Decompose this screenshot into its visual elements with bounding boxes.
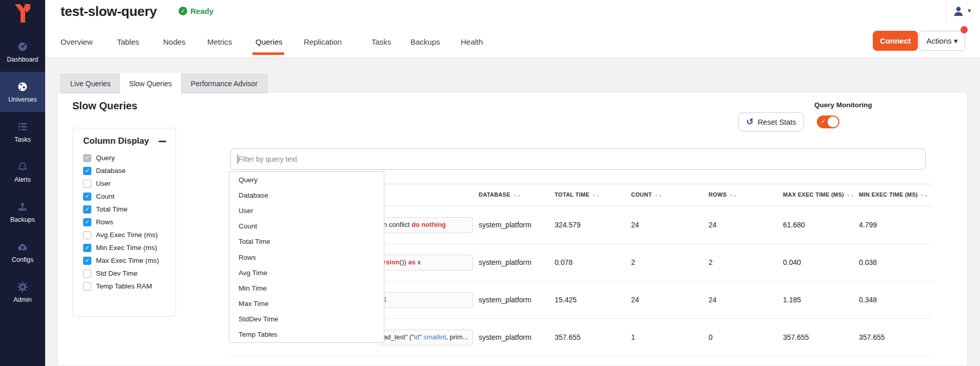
total-time-cell: 15.425 <box>555 296 577 304</box>
checkbox-unchecked-icon <box>83 180 91 188</box>
column-checkbox-database[interactable]: ✓Database <box>83 164 175 177</box>
reset-icon: ↺ <box>746 118 753 126</box>
query-subtabs: Live Queries Slow Queries Performance Ad… <box>61 73 267 94</box>
sidebar-item-configs[interactable]: Configs <box>0 232 45 272</box>
panel-title: Slow Queries <box>72 100 138 112</box>
header-total-time[interactable]: TOTAL TIME▼▲ <box>555 191 600 198</box>
sidebar-item-label: Backups <box>10 216 35 223</box>
dropdown-item-database[interactable]: Database <box>229 187 384 203</box>
subtab-slow-queries[interactable]: Slow Queries <box>120 73 181 94</box>
column-checkbox-user[interactable]: User <box>83 177 175 190</box>
header-min-exec-time[interactable]: MIN EXEC TIME (MS)▼▲ <box>859 191 929 198</box>
header-database[interactable]: DATABASE▼▲ <box>479 191 521 198</box>
database-cell: system_platform <box>479 258 532 266</box>
dropdown-item-max-time[interactable]: Max Time <box>229 296 384 312</box>
min-exec-time-cell: 0.038 <box>859 258 877 266</box>
page-title: test-slow-query <box>61 4 157 20</box>
tab-replication[interactable]: Replication <box>304 37 342 46</box>
yugabyte-logo[interactable] <box>0 3 45 26</box>
check-circle-icon: ✓ <box>179 7 187 15</box>
column-checkbox-temp-tables-ram[interactable]: Temp Tables RAM <box>83 280 175 293</box>
query-cell[interactable]: ad_test" ("id" smallint, prim... <box>378 330 473 345</box>
tab-tasks[interactable]: Tasks <box>371 37 391 46</box>
column-checkbox-avg-exec-time[interactable]: Avg Exec Time (ms) <box>83 228 175 241</box>
header-max-exec-time[interactable]: MAX EXEC TIME (MS)▼▲ <box>783 191 855 198</box>
subtab-performance-advisor[interactable]: Performance Advisor <box>181 74 267 93</box>
tab-backups[interactable]: Backups <box>410 37 440 46</box>
sidebar-item-label: Alerts <box>14 176 31 183</box>
column-checkbox-std-dev-time[interactable]: Std Dev Time <box>83 267 175 280</box>
min-exec-time-cell: 0.348 <box>859 296 877 304</box>
dropdown-item-user[interactable]: User <box>229 203 384 218</box>
header-count[interactable]: COUNT▼▲ <box>631 191 662 198</box>
dropdown-item-avg-time[interactable]: Avg Time <box>229 265 384 280</box>
user-avatar[interactable] <box>952 5 965 20</box>
status-label: Ready <box>190 7 213 15</box>
dropdown-item-stddev-time[interactable]: StdDev Time <box>229 312 384 327</box>
actions-button[interactable]: Actions ▾ <box>919 31 965 51</box>
sidebar-item-dashboard[interactable]: Dashboard <box>0 32 45 72</box>
sidebar-item-admin[interactable]: Admin <box>0 272 45 312</box>
tab-queries[interactable]: Queries <box>256 37 283 46</box>
tab-metrics[interactable]: Metrics <box>207 37 232 46</box>
sort-arrows-icon[interactable]: ▼▲ <box>920 194 929 197</box>
reset-stats-button[interactable]: ↺ Reset Stats <box>738 112 804 131</box>
dropdown-item-rows[interactable]: Rows <box>229 249 384 265</box>
sidebar-item-tasks[interactable]: Tasks <box>0 112 45 152</box>
rows-cell: 24 <box>709 221 717 229</box>
connect-button[interactable]: Connect <box>873 31 918 51</box>
sidebar-item-backups[interactable]: Backups <box>0 192 45 232</box>
dropdown-item-total-time[interactable]: Total Time <box>229 234 384 249</box>
column-checkbox-max-exec-time[interactable]: ✓Max Exec Time (ms) <box>83 254 175 267</box>
universes-globe-icon <box>16 81 29 93</box>
query-filter-input[interactable] <box>230 148 926 170</box>
column-checkbox-min-exec-time[interactable]: ✓Min Exec Time (ms) <box>83 241 175 254</box>
dashboard-gauge-icon <box>16 41 29 53</box>
count-cell: 24 <box>631 296 639 304</box>
sidebar-item-universes[interactable]: Universes <box>0 72 45 112</box>
max-exec-time-cell: 61.680 <box>783 221 805 229</box>
tab-overview[interactable]: Overview <box>61 37 93 46</box>
sort-arrows-icon[interactable]: ▼▲ <box>513 194 521 197</box>
min-exec-time-cell: 4.799 <box>859 221 877 229</box>
count-cell: 24 <box>631 221 639 229</box>
dropdown-item-temp-tables[interactable]: Temp Tables <box>229 327 384 342</box>
app-window: Dashboard Universes Tasks Alerts <box>0 0 980 366</box>
column-checkbox-rows[interactable]: ✓Rows <box>83 216 175 228</box>
sort-arrows-icon[interactable]: ▼▲ <box>847 194 855 197</box>
dropdown-item-min-time[interactable]: Min Time <box>229 280 384 296</box>
database-cell: system_platform <box>479 333 532 341</box>
sidebar: Dashboard Universes Tasks Alerts <box>0 0 45 366</box>
subtab-live-queries[interactable]: Live Queries <box>61 74 120 93</box>
collapse-minus-icon[interactable] <box>159 141 166 142</box>
query-monitoring-toggle[interactable]: ✓ <box>817 115 839 128</box>
rows-cell: 0 <box>709 333 713 341</box>
column-display-title: Column Display <box>83 136 149 146</box>
text-cursor <box>238 155 238 164</box>
yugabyte-logo-icon <box>13 3 32 26</box>
header-rows[interactable]: ROWS▼▲ <box>709 191 737 198</box>
top-header: test-slow-query ✓ Ready ▾ Overview Table… <box>45 0 980 57</box>
column-checkbox-total-time[interactable]: ✓Total Time <box>83 203 175 216</box>
dropdown-item-count[interactable]: Count <box>229 219 384 234</box>
caret-down-icon[interactable]: ▾ <box>968 7 971 14</box>
query-cell[interactable]: rsion()) as x <box>378 255 473 271</box>
query-monitoring-label: Query Monitoring <box>814 101 872 109</box>
total-time-cell: 324.579 <box>555 221 581 229</box>
column-display-header: Column Display <box>73 128 175 149</box>
column-checkbox-count[interactable]: ✓Count <box>83 190 175 203</box>
column-checkbox-query[interactable]: ✓Query <box>83 151 175 164</box>
dropdown-item-query[interactable]: Query <box>229 172 384 187</box>
tab-tables[interactable]: Tables <box>117 37 139 46</box>
sidebar-item-alerts[interactable]: Alerts <box>0 152 45 192</box>
sort-arrows-icon[interactable]: ▼▲ <box>729 194 737 197</box>
active-tab-underline <box>252 52 284 55</box>
sort-arrows-icon[interactable]: ▼▲ <box>592 194 600 197</box>
tab-health[interactable]: Health <box>461 37 483 46</box>
total-time-cell: 357.655 <box>555 333 581 341</box>
tab-nodes[interactable]: Nodes <box>163 37 185 46</box>
user-icon <box>952 10 965 19</box>
sort-arrows-icon[interactable]: ▼▲ <box>655 194 663 197</box>
query-cell[interactable]: 1 <box>378 292 473 308</box>
query-cell[interactable]: n conflict do nothing <box>378 217 473 233</box>
